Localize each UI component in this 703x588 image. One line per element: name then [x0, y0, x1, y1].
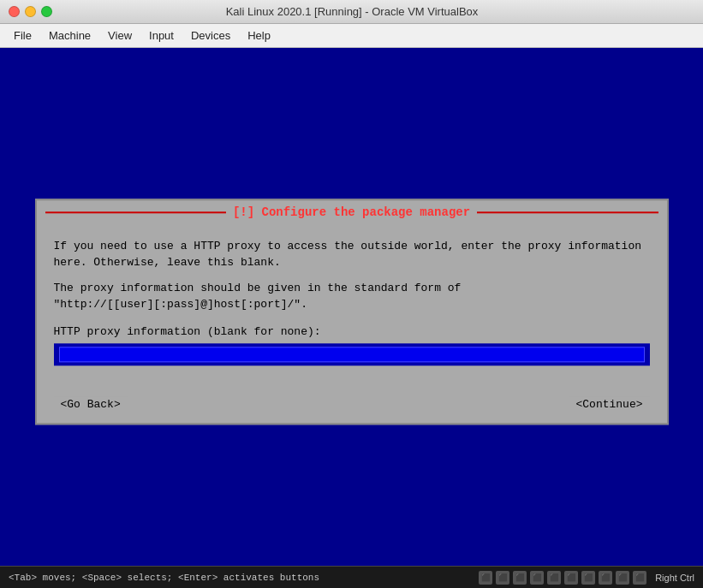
storage-icon: ⬛ [564, 571, 578, 585]
titlebar: Kali Linux 2020.1 [Running] - Oracle VM … [0, 0, 703, 24]
network-icon: ⬛ [479, 571, 492, 585]
minimize-button[interactable] [25, 6, 36, 17]
configure-package-manager-dialog: [!] Configure the package manager If you… [35, 199, 669, 425]
dialog-titlebar: [!] Configure the package manager [37, 200, 667, 224]
proxy-input[interactable] [59, 347, 645, 362]
statusbar: <Tab> moves; <Space> selects; <Enter> ac… [0, 566, 703, 588]
maximize-button[interactable] [41, 6, 52, 17]
menu-help[interactable]: Help [239, 26, 279, 45]
dialog-border-right [477, 211, 658, 213]
dialog-body-line3: The proxy information should be given in… [54, 282, 462, 294]
window-title: Kali Linux 2020.1 [Running] - Oracle VM … [52, 5, 652, 18]
menu-view[interactable]: View [99, 26, 140, 45]
dialog-border-left [45, 211, 226, 213]
menu-machine[interactable]: Machine [40, 26, 99, 45]
dialog-body-line4: "http://[[user][:pass]@]host[:port]/". [54, 298, 307, 311]
dialog-title: [!] Configure the package manager [226, 205, 477, 219]
right-ctrl-label: Right Ctrl [655, 573, 694, 583]
continue-button[interactable]: <Continue> [569, 396, 649, 413]
dialog-body-line1: If you need to use a HTTP proxy to acces… [54, 240, 642, 252]
proxy-input-container[interactable] [54, 343, 650, 365]
status-icons: ⬛ ⬛ ⬛ ⬛ ⬛ ⬛ ⬛ ⬛ ⬛ ⬛ Right Ctrl [479, 571, 694, 585]
menu-input[interactable]: Input [140, 26, 182, 45]
vm-display: [!] Configure the package manager If you… [0, 48, 703, 566]
settings-icon: ⬛ [616, 571, 629, 585]
close-button[interactable] [9, 6, 20, 17]
menubar: File Machine View Input Devices Help [0, 24, 703, 48]
dialog-description: If you need to use a HTTP proxy to acces… [54, 238, 650, 313]
keyboard-icon: ⬛ [581, 571, 595, 585]
menu-icon: ⬛ [633, 571, 646, 585]
menu-file[interactable]: File [5, 26, 40, 45]
mouse-icon: ⬛ [599, 571, 612, 585]
shared-folders-icon: ⬛ [513, 571, 527, 585]
dialog-body-line2: here. Otherwise, leave this blank. [54, 256, 281, 269]
status-text: <Tab> moves; <Space> selects; <Enter> ac… [9, 573, 319, 583]
display-icon: ⬛ [530, 571, 544, 585]
dialog-buttons: <Go Back> <Continue> [37, 393, 667, 423]
window-controls [9, 6, 52, 17]
proxy-label: HTTP proxy information (blank for none): [54, 325, 650, 338]
menu-devices[interactable]: Devices [182, 26, 239, 45]
audio-icon: ⬛ [547, 571, 561, 585]
dialog-content: If you need to use a HTTP proxy to acces… [37, 224, 667, 393]
usb-icon: ⬛ [496, 571, 509, 585]
go-back-button[interactable]: <Go Back> [54, 396, 128, 413]
